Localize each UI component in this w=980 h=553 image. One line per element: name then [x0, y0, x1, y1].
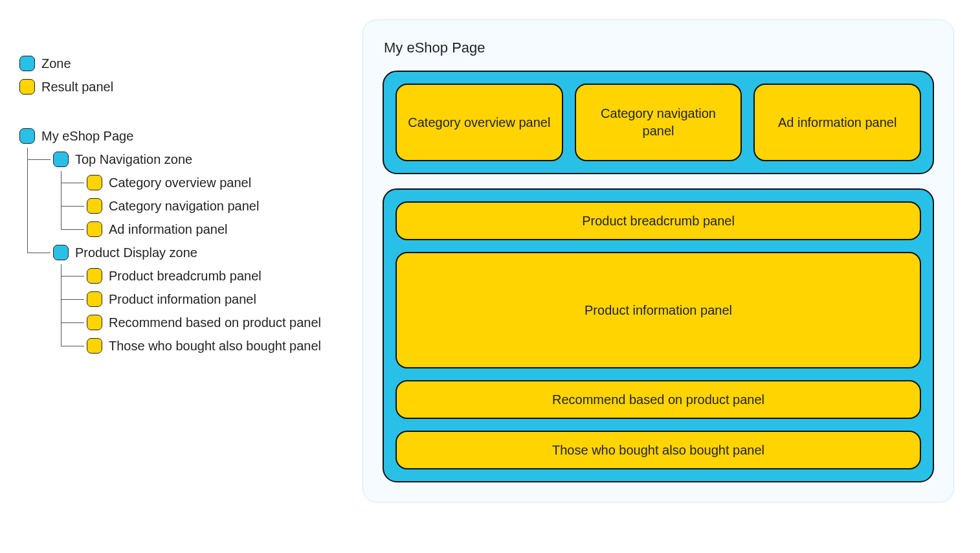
tree-panel-node[interactable]: Category overview panel [87, 171, 350, 194]
tree-label: Product information panel [109, 292, 256, 307]
right-column: My eShop Page Category overview panel Ca… [362, 0, 980, 553]
panel-label: Category overview panel [408, 114, 550, 131]
legend-label: Zone [41, 56, 71, 71]
tree-panel-node[interactable]: Product breadcrumb panel [87, 264, 350, 288]
page-mockup: My eShop Page Category overview panel Ca… [362, 19, 954, 502]
zone-swatch-icon [19, 128, 35, 144]
tree-label: Those who bought also bought panel [109, 339, 321, 354]
legend-item-zone: Zone [19, 52, 350, 75]
page-title: My eShop Page [384, 40, 934, 56]
product-information-panel: Product information panel [395, 252, 921, 368]
tree-view: My eShop Page Top Navigation zone [19, 124, 350, 357]
legend-label: Result panel [41, 80, 113, 95]
panel-swatch-icon [87, 315, 102, 330]
tree-panel-node[interactable]: Those who bought also bought panel [87, 334, 350, 357]
tree-panel-node[interactable]: Recommend based on product panel [87, 311, 350, 334]
tree-label: Top Navigation zone [75, 152, 192, 167]
product-breadcrumb-panel: Product breadcrumb panel [395, 201, 921, 240]
tree-root-node[interactable]: My eShop Page Top Navigation zone [19, 124, 350, 357]
panel-swatch-icon [19, 79, 35, 95]
tree-label: Category overview panel [109, 175, 251, 190]
panel-label: Ad information panel [778, 114, 896, 131]
panel-label: Those who bought also bought panel [552, 442, 764, 459]
recommend-based-on-product-panel: Recommend based on product panel [395, 380, 921, 419]
panel-swatch-icon [87, 198, 102, 214]
legend: Zone Result panel [19, 52, 350, 98]
panel-label: Product breadcrumb panel [582, 212, 735, 230]
category-navigation-panel: Category navigation panel [575, 84, 742, 161]
ad-information-panel: Ad information panel [753, 84, 921, 161]
legend-item-panel: Result panel [19, 75, 350, 98]
zone-swatch-icon [53, 152, 69, 167]
tree-label: Recommend based on product panel [109, 315, 321, 330]
tree-label: Ad information panel [109, 222, 227, 237]
panel-swatch-icon [87, 338, 102, 354]
category-overview-panel: Category overview panel [395, 84, 563, 161]
panel-label: Category navigation panel [584, 105, 733, 140]
zone-swatch-icon [53, 245, 69, 260]
top-navigation-zone: Category overview panel Category navigat… [383, 71, 934, 174]
tree-label: Product Display zone [75, 245, 197, 260]
tree-label: My eShop Page [41, 129, 133, 144]
panel-swatch-icon [87, 268, 102, 284]
tree-zone-node[interactable]: Product Display zone Product breadcrumb … [53, 241, 350, 357]
product-display-zone: Product breadcrumb panel Product informa… [383, 188, 934, 482]
tree-panel-node[interactable]: Product information panel [87, 288, 350, 311]
left-column: Zone Result panel My eShop Page [0, 0, 362, 553]
tree-panel-node[interactable]: Ad information panel [87, 218, 350, 241]
tree-zone-node[interactable]: Top Navigation zone Category overview pa… [53, 148, 350, 241]
tree-label: Category navigation panel [109, 199, 259, 214]
panel-label: Recommend based on product panel [552, 391, 764, 409]
tree-label: Product breadcrumb panel [109, 269, 262, 284]
those-who-bought-also-bought-panel: Those who bought also bought panel [395, 431, 921, 469]
panel-swatch-icon [87, 291, 102, 307]
panel-swatch-icon [87, 175, 102, 190]
diagram-root: Zone Result panel My eShop Page [0, 0, 980, 553]
zone-swatch-icon [19, 56, 35, 71]
panel-swatch-icon [87, 221, 102, 237]
panel-label: Product information panel [585, 302, 732, 319]
tree-panel-node[interactable]: Category navigation panel [87, 194, 350, 218]
